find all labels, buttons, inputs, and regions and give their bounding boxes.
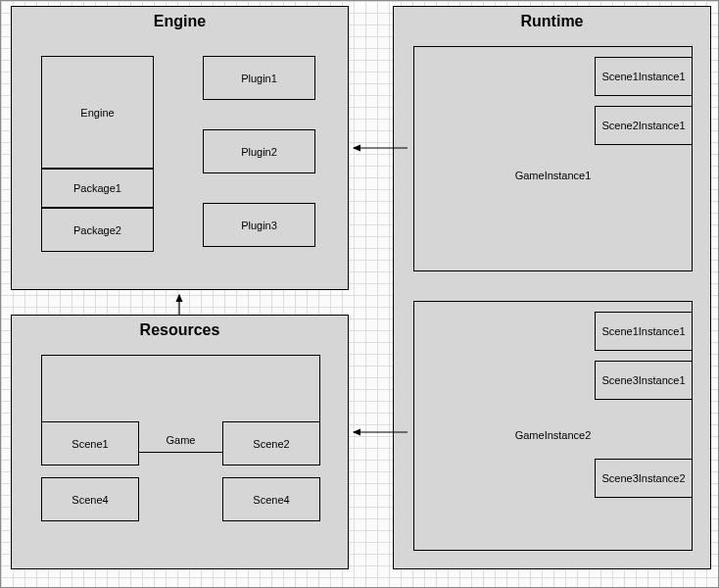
- box-scene4a-label: Scene4: [72, 494, 108, 506]
- box-plugin1[interactable]: Plugin1: [203, 56, 315, 100]
- box-scene2-label: Scene2: [253, 438, 289, 450]
- panel-runtime[interactable]: Runtime GameInstance1 Scene1Instance1 Sc…: [393, 6, 711, 569]
- box-gi1-scene2instance1[interactable]: Scene2Instance1: [595, 106, 693, 145]
- box-scene2[interactable]: Scene2: [222, 421, 320, 466]
- box-plugin3[interactable]: Plugin3: [203, 203, 315, 247]
- box-package2-label: Package2: [73, 224, 121, 236]
- box-package2[interactable]: Package2: [41, 208, 154, 252]
- box-scene1[interactable]: Scene1: [41, 421, 139, 466]
- box-gameinstance2-label: GameInstance2: [414, 429, 692, 441]
- box-gi2-scene3instance1[interactable]: Scene3Instance1: [595, 361, 693, 400]
- box-gi2-scene3instance2-label: Scene3Instance2: [601, 472, 685, 484]
- box-gi2-scene3instance2[interactable]: Scene3Instance2: [595, 459, 693, 498]
- box-scene4a[interactable]: Scene4: [41, 477, 139, 521]
- box-gi1-scene2instance1-label: Scene2Instance1: [601, 120, 685, 131]
- box-plugin3-label: Plugin3: [241, 220, 277, 231]
- box-gameinstance1-label: GameInstance1: [414, 170, 692, 181]
- box-engine-label: Engine: [80, 107, 114, 119]
- box-scene1-label: Scene1: [72, 438, 108, 450]
- diagram-canvas[interactable]: Engine Engine Package1 Package2 Plugin1 …: [0, 0, 719, 588]
- box-scene4b[interactable]: Scene4: [222, 477, 320, 521]
- panel-runtime-title: Runtime: [394, 13, 710, 30]
- box-gi1-scene1instance1-label: Scene1Instance1: [601, 71, 685, 82]
- box-gi2-scene3instance1-label: Scene3Instance1: [601, 374, 685, 386]
- box-gi2-scene1instance1-label: Scene1Instance1: [601, 325, 685, 337]
- box-plugin2[interactable]: Plugin2: [203, 129, 315, 173]
- box-package1[interactable]: Package1: [41, 169, 154, 208]
- box-plugin1-label: Plugin1: [241, 73, 277, 84]
- panel-resources[interactable]: Resources Game Scene1 Scene2 Scene4 Scen…: [11, 315, 349, 569]
- panel-engine-title: Engine: [12, 13, 348, 30]
- box-package1-label: Package1: [73, 182, 121, 194]
- box-plugin2-label: Plugin2: [241, 146, 277, 158]
- box-engine[interactable]: Engine: [41, 56, 154, 169]
- panel-engine[interactable]: Engine Engine Package1 Package2 Plugin1 …: [11, 6, 349, 290]
- box-gi2-scene1instance1[interactable]: Scene1Instance1: [595, 312, 693, 351]
- box-scene4b-label: Scene4: [253, 494, 289, 506]
- box-gameinstance2[interactable]: GameInstance2 Scene1Instance1 Scene3Inst…: [413, 301, 693, 551]
- panel-resources-title: Resources: [12, 321, 348, 339]
- box-gi1-scene1instance1[interactable]: Scene1Instance1: [595, 57, 693, 96]
- box-gameinstance1[interactable]: GameInstance1 Scene1Instance1 Scene2Inst…: [413, 46, 693, 271]
